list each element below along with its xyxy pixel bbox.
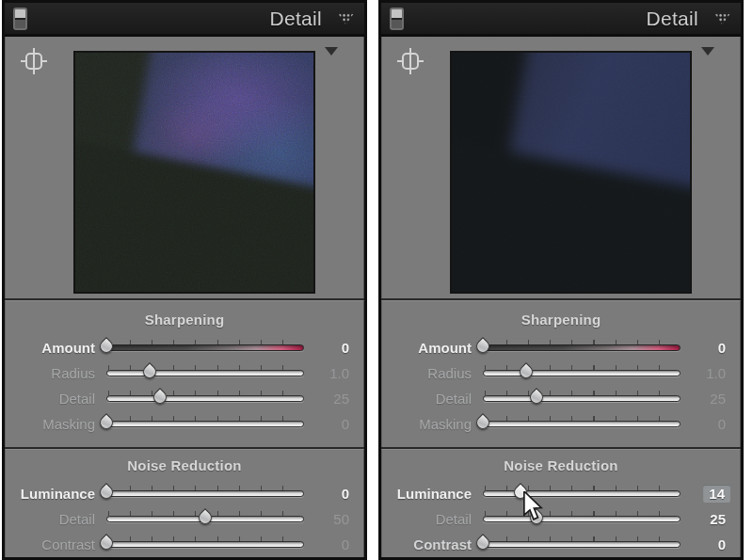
luminance-slider[interactable] — [483, 481, 681, 506]
detail-panel-after: Detail Sharpening Amount 0 Rad — [378, 0, 744, 560]
slider-row-nr-detail: Detail 25 — [381, 506, 741, 532]
nr-detail-slider[interactable] — [106, 506, 304, 532]
dotted-triangle-icon[interactable] — [713, 12, 731, 25]
amount-label: Amount — [8, 341, 106, 355]
panel-header[interactable]: Detail — [5, 3, 364, 37]
slider-row-nr-detail: Detail 50 — [5, 506, 364, 532]
slider-track[interactable] — [483, 490, 681, 497]
radius-value: 1.0 — [681, 366, 741, 380]
slider-row-contrast: Contrast 0 — [5, 532, 364, 557]
preview-collapse-icon[interactable] — [701, 47, 714, 56]
slider-row-amount: Amount 0 — [381, 335, 741, 360]
contrast-value: 0 — [304, 537, 364, 552]
detail-value: 25 — [681, 392, 741, 406]
detail-panel-before: Detail Sharpening Amount 0 Rad — [2, 0, 367, 560]
amount-label: Amount — [385, 341, 483, 355]
noise-reduction-heading: Noise Reduction — [381, 457, 741, 473]
noise-reduction-section: Noise Reduction Luminance 14 Detail 25 C… — [381, 447, 741, 557]
masking-value: 0 — [304, 417, 364, 431]
slider-row-masking: Masking 0 — [5, 411, 364, 437]
slider-track[interactable] — [483, 370, 681, 376]
sharpening-section: Sharpening Amount 0 Radius 1.0 Detail — [381, 298, 741, 447]
masking-slider[interactable] — [106, 411, 304, 437]
noise-overlay — [75, 53, 313, 292]
slider-row-radius: Radius 1.0 — [381, 360, 741, 386]
noise-reduction-section: Noise Reduction Luminance 0 Detail 50 Co… — [5, 447, 364, 557]
contrast-value: 0 — [681, 537, 741, 552]
nr-detail-value: 50 — [304, 512, 364, 526]
slider-track[interactable] — [106, 541, 304, 548]
preview-image[interactable] — [450, 51, 692, 294]
slider-track[interactable] — [483, 344, 681, 351]
radius-label: Radius — [8, 366, 106, 380]
panel-header[interactable]: Detail — [381, 3, 741, 37]
slider-track[interactable] — [483, 541, 681, 548]
preview-image[interactable] — [73, 51, 315, 294]
detail-slider[interactable] — [483, 386, 681, 411]
slider-track[interactable] — [106, 370, 304, 376]
radius-label: Radius — [385, 366, 483, 380]
slider-row-detail: Detail 25 — [5, 386, 364, 411]
luminance-label: Luminance — [385, 487, 483, 501]
detail-slider[interactable] — [106, 386, 304, 411]
slider-track[interactable] — [106, 395, 304, 402]
panel-title: Detail — [647, 8, 699, 30]
slider-track[interactable] — [483, 421, 681, 427]
radius-slider[interactable] — [106, 360, 304, 386]
slider-row-amount: Amount 0 — [5, 335, 364, 360]
amount-value: 0 — [304, 341, 364, 355]
preview-collapse-icon[interactable] — [325, 47, 338, 56]
preview-section — [5, 37, 364, 298]
luminance-value: 0 — [304, 487, 364, 501]
dotted-triangle-icon[interactable] — [337, 12, 355, 25]
nr-detail-value: 25 — [681, 512, 741, 526]
amount-slider[interactable] — [106, 335, 304, 360]
crosshair-target-icon[interactable] — [397, 48, 424, 74]
contrast-slider[interactable] — [483, 532, 681, 557]
contrast-label: Contrast — [8, 537, 106, 552]
nr-detail-label: Detail — [385, 512, 483, 526]
radius-value: 1.0 — [304, 366, 364, 380]
detail-label: Detail — [385, 392, 483, 406]
slider-row-detail: Detail 25 — [381, 386, 741, 411]
noise-overlay — [452, 53, 690, 292]
panel-toggle-icon[interactable] — [13, 8, 27, 30]
masking-label: Masking — [385, 417, 483, 431]
masking-value: 0 — [681, 417, 741, 431]
mouse-arrow-cursor — [522, 491, 543, 521]
slider-track[interactable] — [106, 490, 304, 497]
slider-track[interactable] — [483, 395, 681, 402]
slider-track[interactable] — [106, 421, 304, 427]
panel-title: Detail — [270, 8, 323, 30]
masking-slider[interactable] — [483, 411, 681, 437]
radius-slider[interactable] — [483, 360, 681, 386]
slider-row-masking: Masking 0 — [381, 411, 741, 437]
nr-detail-slider[interactable] — [483, 506, 681, 532]
contrast-slider[interactable] — [106, 532, 304, 557]
sharpening-heading: Sharpening — [381, 312, 741, 328]
sharpening-section: Sharpening Amount 0 Radius 1.0 Detail — [5, 298, 364, 447]
masking-label: Masking — [8, 417, 106, 431]
detail-label: Detail — [8, 392, 106, 406]
sharpening-heading: Sharpening — [5, 312, 364, 328]
detail-value: 25 — [304, 392, 364, 406]
slider-row-luminance: Luminance 14 — [381, 481, 741, 506]
luminance-value[interactable]: 14 — [703, 485, 730, 503]
nr-detail-label: Detail — [8, 512, 106, 526]
slider-track[interactable] — [106, 344, 304, 351]
slider-row-radius: Radius 1.0 — [5, 360, 364, 386]
crosshair-target-icon[interactable] — [21, 48, 47, 74]
noise-reduction-heading: Noise Reduction — [5, 457, 364, 473]
luminance-label: Luminance — [8, 487, 106, 501]
slider-row-contrast: Contrast 0 — [381, 532, 741, 557]
contrast-label: Contrast — [385, 537, 483, 552]
luminance-slider[interactable] — [106, 481, 304, 506]
preview-section — [381, 37, 741, 298]
panel-toggle-icon[interactable] — [390, 8, 404, 30]
amount-value: 0 — [681, 341, 741, 355]
slider-track[interactable] — [483, 516, 681, 522]
amount-slider[interactable] — [483, 335, 681, 360]
slider-row-luminance: Luminance 0 — [5, 481, 364, 506]
